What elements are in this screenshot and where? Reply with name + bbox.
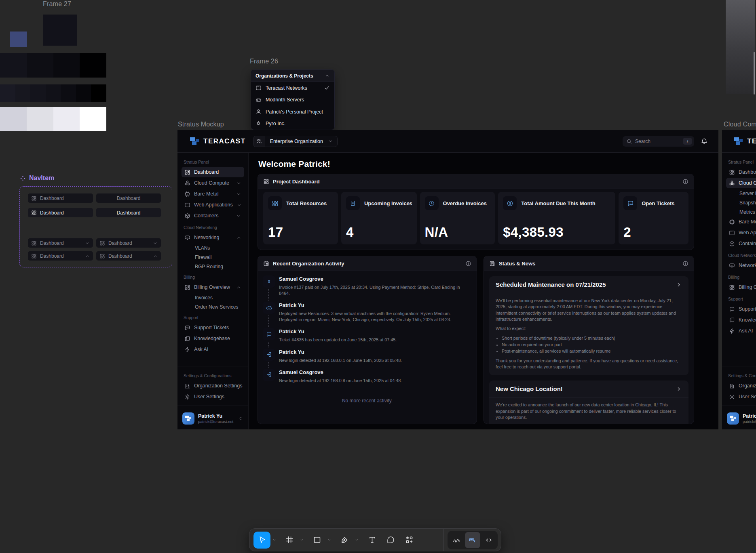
color-swatch[interactable] — [27, 53, 53, 78]
dropdown-item-modrinth-servers[interactable]: Modrinth Servers — [251, 94, 334, 106]
navitem-variant[interactable]: Dashboard — [28, 193, 93, 203]
tool-frame[interactable] — [281, 532, 298, 549]
sidebar-item-knowledgebase[interactable]: Knowledgebase — [182, 333, 244, 344]
tool-move[interactable] — [253, 532, 270, 549]
sidebar-subitem-bgp-routing[interactable]: BGP Routing — [182, 262, 244, 271]
sidebar-item-billing-over[interactable]: Billing Over — [726, 282, 756, 292]
navitem-variant[interactable]: Dashboard — [96, 238, 161, 248]
activity-item[interactable]: Samuel Cosgrove Invoice #137 paid on Jul… — [263, 275, 472, 302]
sidebar-item-cloud-comp[interactable]: Cloud Comp — [726, 178, 756, 188]
notifications-bell-icon[interactable] — [701, 138, 708, 145]
activity-item[interactable]: Samuel Cosgrove New login detected at 19… — [263, 369, 472, 389]
activity-item[interactable]: Patrick Yu Ticket #4835 has been updated… — [263, 328, 472, 348]
sidebar-item-billing-overview[interactable]: Billing Overview — [182, 282, 244, 292]
color-swatch[interactable] — [30, 84, 46, 102]
component-variants-container[interactable]: Dashboard Dashboard Dashboard Dashboard … — [19, 186, 172, 267]
figma-canvas[interactable]: Frame 27 Frame 26 Organizations & Projec… — [0, 0, 756, 553]
color-swatch[interactable] — [53, 53, 80, 78]
sidebar-item-support-tickets[interactable]: Support Tickets — [182, 322, 244, 333]
news-card[interactable]: New Chicago Location! We're excited to a… — [489, 381, 688, 424]
navitem-variant[interactable]: Dashboard — [96, 193, 161, 203]
news-card[interactable]: Scheduled Maintenance on 07/21/2025 We'l… — [489, 276, 688, 375]
sidebar-subitem-firewall[interactable]: Firewall — [182, 252, 244, 262]
sidebar-item-containers[interactable]: Containers — [726, 238, 756, 249]
sidebar-item-bare-metal[interactable]: Bare Metal — [182, 189, 244, 199]
sidebar-subitem-snapshots[interactable]: Snapshots & — [726, 198, 756, 207]
color-swatch[interactable] — [27, 107, 53, 131]
dropdown-item-pyro-inc[interactable]: Pyro Inc. — [251, 118, 334, 130]
sidebar-item-support-tic[interactable]: Support Tic — [726, 304, 756, 314]
activity-item[interactable]: Patrick Yu New login detected at 192.168… — [263, 349, 472, 369]
color-swatch[interactable] — [76, 84, 91, 102]
activity-item[interactable]: Patrick Yu Deployed new Resources. 3 new… — [263, 302, 472, 328]
tool-pen[interactable] — [336, 532, 353, 549]
color-swatch[interactable] — [0, 107, 27, 131]
color-swatch[interactable] — [46, 84, 61, 102]
sidebar-item-networking[interactable]: Networking — [726, 260, 756, 271]
navitem-variant[interactable]: Dashboard — [28, 208, 93, 217]
tool-move-chevron[interactable] — [271, 529, 277, 551]
info-icon[interactable] — [465, 261, 471, 267]
user-menu[interactable]: Patrick Yu patrick@teracast.net — [182, 409, 244, 425]
tool-rectangle[interactable] — [308, 532, 325, 549]
sidebar-item-cloud-compute[interactable]: Cloud Compute — [182, 178, 244, 188]
frame-label-cloud-compute[interactable]: Cloud Comp — [724, 121, 756, 128]
tool-pen-chevron[interactable] — [354, 529, 360, 551]
navitem-variant[interactable]: Dashboard — [96, 208, 161, 217]
sidebar-item-web-applications[interactable]: Web Applications — [182, 200, 244, 210]
color-swatch[interactable] — [53, 107, 80, 131]
sidebar-subitem-metrics[interactable]: Metrics — [726, 207, 756, 217]
sidebar-item-networking[interactable]: Networking — [182, 232, 244, 243]
sidebar-item-bare-metal[interactable]: Bare Metal — [726, 217, 756, 227]
color-swatch[interactable] — [91, 84, 106, 102]
color-swatch[interactable] — [0, 53, 27, 78]
sidebar-item-user-settings[interactable]: User Settings — [182, 391, 244, 402]
search-input[interactable]: Search / — [623, 136, 694, 147]
canvas-object-gradient[interactable] — [726, 0, 755, 94]
navitem-variant[interactable]: Dashboard — [96, 251, 161, 261]
color-swatch[interactable] — [80, 53, 106, 78]
frame-label-frame27[interactable]: Frame 27 — [43, 0, 71, 8]
dropdown-item-teracast-networks[interactable]: Teracast Networks — [251, 82, 334, 94]
tool-draw[interactable] — [449, 532, 464, 548]
frame27-blue-square[interactable] — [10, 32, 27, 47]
sidebar-item-dashboard[interactable]: Dashboard — [182, 167, 244, 177]
tool-comment[interactable] — [382, 532, 399, 549]
frame27-dark-square[interactable] — [43, 15, 77, 46]
org-switcher[interactable]: Enterprise Organization — [253, 136, 338, 147]
sidebar-item-organization-settings[interactable]: Organization Settings — [182, 381, 244, 391]
sidebar-item-organizatio[interactable]: Organizatio — [726, 381, 756, 391]
user-menu[interactable]: Patrick Yu patrick@tera — [726, 409, 756, 425]
color-swatch[interactable] — [15, 84, 31, 102]
sidebar-item-web-applica[interactable]: Web Applica — [726, 227, 756, 238]
info-icon[interactable] — [682, 261, 688, 267]
tool-measure[interactable] — [465, 532, 480, 548]
canvas-scrollbar[interactable] — [754, 52, 755, 95]
sidebar-item-containers[interactable]: Containers — [182, 210, 244, 221]
sidebar-item-ask-ai[interactable]: Ask AI — [726, 326, 756, 336]
frame-label-frame26[interactable]: Frame 26 — [250, 58, 278, 65]
frame-label-stratus-mockup[interactable]: Stratus Mockup — [178, 121, 224, 128]
tool-actions[interactable] — [401, 532, 418, 549]
dropdown-item-patrick-s-personal-project[interactable]: Patrick's Personal Project — [251, 106, 334, 118]
sidebar-subitem-vlans[interactable]: VLANs — [182, 243, 244, 252]
color-swatch[interactable] — [0, 84, 15, 102]
component-title[interactable]: NavItem — [20, 175, 54, 182]
dropdown-header[interactable]: Organizations & Projects — [251, 70, 334, 82]
sidebar-subitem-order-new-services[interactable]: Order New Services — [182, 302, 244, 311]
sidebar-item-knowledgeb[interactable]: Knowledgeb — [726, 315, 756, 325]
sidebar-item-ask-ai[interactable]: Ask AI — [182, 344, 244, 355]
navitem-variant[interactable]: Dashboard — [28, 238, 93, 248]
tool-text[interactable] — [363, 532, 380, 549]
sidebar-item-dashboard[interactable]: Dashboard — [726, 167, 756, 177]
tool-code[interactable] — [481, 532, 496, 548]
color-swatch[interactable] — [80, 107, 106, 131]
tool-rectangle-chevron[interactable] — [326, 529, 332, 551]
navitem-variant[interactable]: Dashboard — [28, 251, 93, 261]
tool-frame-chevron[interactable] — [299, 529, 305, 551]
sidebar-subitem-server-list[interactable]: Server List — [726, 189, 756, 198]
color-swatch[interactable] — [61, 84, 76, 102]
sidebar-item-user-setting[interactable]: User Setting — [726, 391, 756, 402]
sidebar-subitem-invoices[interactable]: Invoices — [182, 293, 244, 302]
info-icon[interactable] — [682, 179, 688, 185]
